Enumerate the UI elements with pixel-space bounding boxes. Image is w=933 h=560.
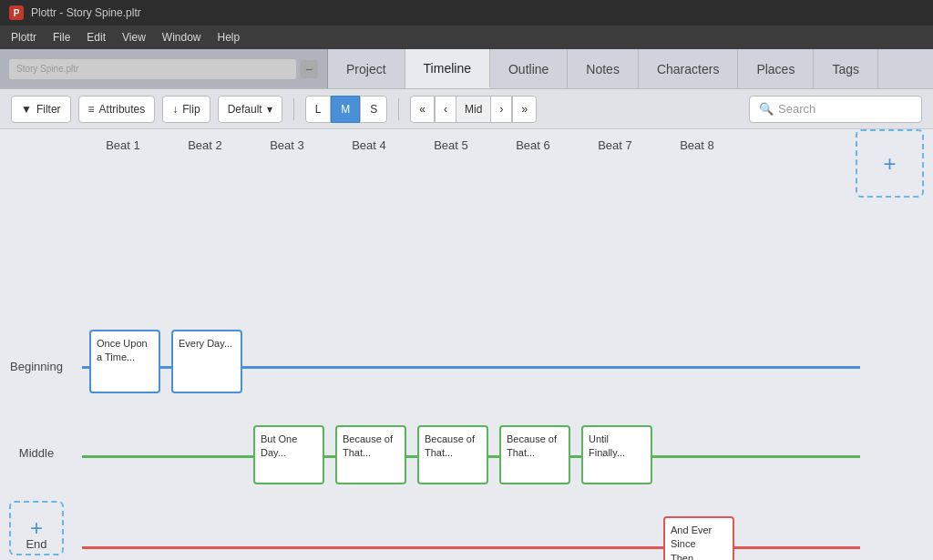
tabbar: Story Spine.pltr − Project Timeline Outl… — [0, 49, 933, 89]
size-m-button[interactable]: M — [331, 96, 360, 123]
attributes-button[interactable]: ≡ Attributes — [78, 96, 156, 123]
size-s-button[interactable]: S — [360, 96, 387, 123]
tab-tags[interactable]: Tags — [814, 49, 878, 88]
beat-header-4: Beat 4 — [328, 138, 410, 164]
menubar: Plottr File Edit View Window Help — [0, 25, 933, 49]
nav-next-button[interactable]: › — [490, 96, 512, 123]
beat-header-6: Beat 6 — [492, 138, 574, 164]
file-path-display: Story Spine.pltr — [9, 59, 296, 79]
tab-project[interactable]: Project — [328, 49, 405, 88]
scene-card-end-1[interactable]: And Ever Since Then... — [663, 516, 734, 560]
timeline-line-end — [82, 546, 860, 549]
scene-card-middle-1[interactable]: But One Day... — [253, 425, 324, 484]
window-title: Plottr - Story Spine.pltr — [31, 6, 141, 19]
titlebar: P Plottr - Story Spine.pltr — [0, 0, 933, 25]
nav-prev-button[interactable]: ‹ — [435, 96, 456, 123]
row-label-middle: Middle — [0, 425, 73, 480]
timeline-main: Beat 1 Beat 2 Beat 3 Beat 4 Beat 5 Beat … — [0, 129, 933, 560]
nav-last-button[interactable]: » — [512, 96, 537, 123]
tab-filler: Story Spine.pltr − — [0, 49, 328, 88]
size-buttons: L M S — [305, 96, 388, 123]
tab-notes[interactable]: Notes — [568, 49, 639, 88]
close-file-button[interactable]: − — [300, 60, 318, 78]
beat-header-3: Beat 3 — [246, 138, 328, 164]
app-logo: P — [9, 5, 24, 20]
tab-timeline[interactable]: Timeline — [405, 49, 490, 88]
beat-header-7: Beat 7 — [574, 138, 656, 164]
beat-header-5: Beat 5 — [410, 138, 492, 164]
filter-button[interactable]: ▼ Filter — [11, 96, 71, 123]
beat-header-2: Beat 2 — [164, 138, 246, 164]
beat-header-1: Beat 1 — [82, 138, 164, 164]
search-placeholder: Search — [778, 102, 815, 116]
nav-first-button[interactable]: « — [410, 96, 435, 123]
tab-characters[interactable]: Characters — [639, 49, 738, 88]
filter-icon: ▼ — [21, 103, 32, 116]
tab-outline[interactable]: Outline — [490, 49, 568, 88]
scene-card-middle-4[interactable]: Because of That... — [499, 425, 570, 484]
menu-file[interactable]: File — [46, 29, 77, 46]
scene-card-beginning-2[interactable]: Every Day... — [171, 330, 242, 393]
nav-buttons: « ‹ Mid › » — [410, 96, 537, 123]
scene-card-middle-3[interactable]: Because of That... — [417, 425, 488, 484]
beat-headers: Beat 1 Beat 2 Beat 3 Beat 4 Beat 5 Beat … — [82, 138, 933, 164]
scene-card-middle-2[interactable]: Because of That... — [335, 425, 406, 484]
list-icon: ≡ — [88, 103, 95, 116]
scene-card-middle-5[interactable]: Until Finally... — [581, 425, 652, 484]
separator-2 — [398, 98, 399, 120]
flip-button[interactable]: ↓ Flip — [162, 96, 210, 123]
menu-help[interactable]: Help — [210, 29, 248, 46]
menu-edit[interactable]: Edit — [79, 29, 113, 46]
menu-window[interactable]: Window — [155, 29, 209, 46]
separator-1 — [293, 98, 294, 120]
search-input-container[interactable]: 🔍 Search — [749, 96, 922, 123]
toolbar: ▼ Filter ≡ Attributes ↓ Flip Default ▾ L… — [0, 89, 933, 129]
search-icon: 🔍 — [759, 102, 774, 116]
nav-mid-label: Mid — [456, 96, 490, 123]
menu-view[interactable]: View — [115, 29, 153, 46]
size-l-button[interactable]: L — [305, 96, 332, 123]
beat-header-8: Beat 8 — [656, 138, 738, 164]
menu-plottr[interactable]: Plottr — [4, 29, 44, 46]
default-dropdown-button[interactable]: Default ▾ — [218, 96, 282, 123]
add-beat-button[interactable]: + — [856, 129, 924, 198]
row-label-beginning: Beginning — [0, 330, 73, 402]
chevron-down-icon: ▾ — [267, 103, 272, 116]
tab-places[interactable]: Places — [738, 49, 814, 88]
add-row-button[interactable]: + — [9, 501, 64, 555]
flip-icon: ↓ — [172, 103, 178, 116]
scene-card-beginning-1[interactable]: Once Upon a Time... — [89, 330, 160, 393]
